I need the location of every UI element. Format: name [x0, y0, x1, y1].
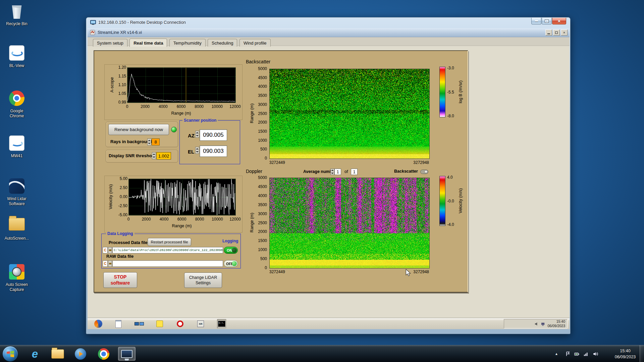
desktop-icon-recycle-bin[interactable]: Recycle Bin	[1, 3, 32, 26]
doppler-x-start: 3272449	[269, 269, 285, 274]
remote-taskbar-browser-icon[interactable]	[94, 319, 103, 328]
close-button[interactable]: ×	[552, 18, 566, 24]
processed-path-input[interactable]: C:\Lidar\Data\Proc\2023\202309\20230906\…	[112, 247, 223, 253]
app-titlebar[interactable]: StreamLine XR v14-6.vi ×	[88, 28, 570, 37]
app-close-button[interactable]: ×	[561, 29, 568, 36]
remote-taskbar-app-icon[interactable]: XR	[196, 319, 205, 328]
remote-taskbar-notepad-icon[interactable]	[114, 319, 123, 328]
desktop-icon-mw41[interactable]: MW41	[1, 135, 32, 159]
stop-software-button[interactable]: STOPsoftware	[103, 272, 137, 288]
renew-background-button[interactable]: Renew background now	[108, 124, 169, 135]
backscatter-toggle-label: Backscatter	[394, 169, 418, 174]
average-stepper[interactable]	[330, 169, 334, 175]
tab-bar: System setup Real time data Temp/humidit…	[88, 37, 570, 46]
az-label: AZ	[188, 133, 195, 138]
doppler-title: Doppler	[246, 169, 262, 174]
recycle-bin-icon	[8, 3, 25, 20]
renew-led-indicator	[171, 127, 177, 132]
snr-value-field[interactable]: 1.002	[156, 152, 171, 160]
change-lidar-settings-button[interactable]: Change LiDARSettings	[184, 273, 222, 288]
tray-hidden-icons-arrow[interactable]: ▲	[553, 345, 560, 362]
ascope-plot	[127, 67, 236, 103]
velocity-y-ticks: 5.002.500.00-2.50-5.00	[114, 179, 127, 215]
az-value-field[interactable]: 090.005	[200, 129, 227, 141]
desktop-icon-label: Auto ScreenCapture	[1, 282, 32, 292]
start-button[interactable]	[2, 346, 18, 362]
backscatter-x-labels: 3272449 3272948	[269, 160, 429, 165]
desktop-icon-autoscreen[interactable]: AutoScreen...	[1, 216, 32, 241]
raw-data-file-label: RAW Data file	[106, 254, 133, 259]
ascope-x-axis-label: Range (m)	[127, 111, 235, 116]
processed-logging-toggle[interactable]: ON	[224, 247, 238, 254]
velocity-x-axis-label: Range (m)	[128, 224, 235, 228]
tab-real-time-data[interactable]: Real time data	[129, 39, 167, 47]
tab-scheduling[interactable]: Scheduling	[208, 39, 237, 47]
scanner-position-group: Scanner position AZ 090.005 EL 090.003	[179, 120, 240, 164]
snr-threshold-label: Display SNR threshold	[109, 153, 156, 158]
remote-taskbar-network-icon[interactable]	[135, 319, 144, 328]
desktop-icon-google-chrome[interactable]: GoogleChrome	[1, 90, 32, 119]
average-number-field[interactable]: 1	[334, 169, 341, 175]
remote-network-icon[interactable]	[541, 322, 545, 326]
real-time-data-panel: A-scope 1.201.151.101.050.99 02000400060…	[94, 50, 468, 293]
desktop-icon-label: GoogleChrome	[1, 109, 32, 119]
tray-network-icon[interactable]	[584, 345, 589, 362]
show-desktop-button[interactable]	[640, 345, 644, 362]
az-stepper[interactable]	[195, 131, 199, 138]
remote-tray: 15:40 06/09/2023	[504, 319, 568, 328]
tab-system-setup[interactable]: System setup	[93, 39, 127, 47]
taskbar: e ▲ 15:40 06/09/2023	[0, 345, 644, 362]
browse-folder-icon[interactable]	[108, 247, 112, 253]
remote-clock[interactable]: 15:40 06/09/2023	[547, 319, 565, 328]
doppler-colorbar	[439, 176, 445, 226]
raw-logging-toggle[interactable]: OFF	[224, 260, 238, 267]
tray-action-center-icon[interactable]	[566, 345, 570, 362]
remote-taskbar-power-icon[interactable]	[175, 319, 185, 328]
app-restore-button[interactable]	[553, 29, 560, 36]
taskbar-rdp-icon[interactable]	[118, 347, 136, 361]
tab-temp-humidity[interactable]: Temp/humidity	[169, 39, 206, 47]
tray-volume-icon[interactable]	[593, 345, 598, 362]
rdp-titlebar[interactable]: 192.168.0.150 - Remote Desktop Connectio…	[86, 17, 570, 28]
rays-value-field[interactable]: 8	[152, 138, 160, 145]
desktop-icon-bl-view[interactable]: BL-View	[1, 45, 32, 68]
minimize-button[interactable]	[531, 18, 541, 24]
maximize-button[interactable]	[542, 18, 552, 24]
app-minimize-button[interactable]	[545, 29, 552, 36]
el-stepper[interactable]	[195, 147, 199, 154]
wind-lidar-icon	[8, 178, 25, 195]
tray-power-icon[interactable]	[574, 345, 579, 362]
backscatter-colorbar	[439, 67, 445, 117]
chrome-icon	[8, 90, 25, 107]
desktop-icon-auto-screen-capture[interactable]: Auto ScreenCapture	[1, 263, 32, 292]
remote-volume-icon[interactable]	[535, 322, 539, 326]
taskbar-clock[interactable]: 15:40 06/09/2023	[610, 348, 641, 360]
raw-path-input[interactable]	[112, 260, 223, 267]
remote-taskbar-notes-icon[interactable]	[155, 319, 164, 328]
app-window-icon	[90, 30, 95, 35]
el-value-field[interactable]: 090.003	[200, 145, 227, 157]
auto-screen-capture-icon	[8, 264, 25, 281]
rays-stepper[interactable]	[147, 138, 151, 145]
backscatter-toggle[interactable]	[420, 170, 428, 174]
taskbar-explorer-icon[interactable]	[49, 347, 66, 361]
scanner-position-title: Scanner position	[182, 118, 218, 123]
browse-folder-icon[interactable]	[108, 260, 112, 267]
taskbar-media-player-icon[interactable]	[72, 347, 89, 361]
doppler-x-end: 3272948	[413, 269, 429, 274]
doppler-y-axis-label: Range (m)	[250, 213, 254, 232]
backscatter-y-axis-label: Range (m)	[250, 103, 254, 123]
average-total-field[interactable]: 1	[351, 169, 358, 175]
tab-wind-profile[interactable]: Wind profile	[239, 39, 271, 47]
doppler-colorbar-label: Velocity (m/s)	[458, 188, 463, 213]
desktop-icon-wind-lidar[interactable]: Wind LidarSoftware	[1, 178, 32, 206]
processed-path-row: C C:\Lidar\Data\Proc\2023\202309\2023090…	[103, 247, 223, 254]
snr-stepper[interactable]	[152, 152, 156, 159]
processed-data-file-label: Processed Data file	[109, 240, 147, 245]
restart-processed-file-button[interactable]: Restart processed file	[148, 238, 191, 246]
velocity-x-ticks: 020004000600080001000012000	[128, 217, 235, 222]
remote-taskbar-console-icon[interactable]: C:\	[217, 319, 226, 328]
taskbar-ie-icon[interactable]: e	[26, 347, 44, 361]
velocity-y-axis-label: Velocity (m/s)	[108, 184, 113, 209]
taskbar-chrome-icon[interactable]	[95, 347, 112, 361]
